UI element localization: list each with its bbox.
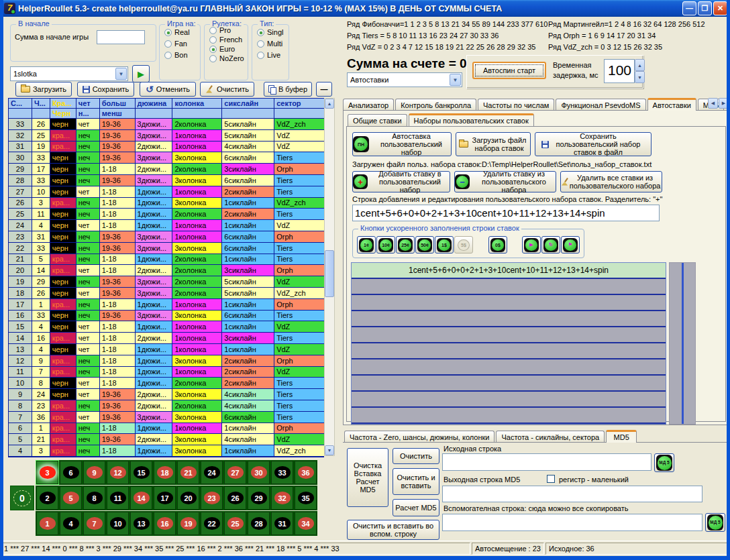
roulette-cell-30[interactable]: 30 bbox=[247, 460, 270, 485]
roulette-cell-33[interactable]: 33 bbox=[270, 460, 294, 485]
md5-output-input[interactable] bbox=[442, 486, 702, 502]
roulette-cell-36[interactable]: 36 bbox=[294, 460, 317, 485]
md5-clear-button[interactable]: Очистить bbox=[393, 448, 439, 464]
scroll-down-icon[interactable]: ▼ bbox=[325, 445, 334, 455]
table-row[interactable]: 2014кра...чет1-182дюжи...2колонка3сиклай… bbox=[9, 265, 324, 276]
chip-button-1¢[interactable]: 1¢ bbox=[357, 236, 376, 254]
bet-list-empty-row[interactable] bbox=[352, 295, 666, 311]
delete-all-bets-button[interactable]: Удалить все ставки из пользовательского … bbox=[560, 171, 662, 192]
bet-list-empty-row[interactable] bbox=[352, 376, 666, 392]
md5-clear-and-paste-button[interactable]: Очистить и вставить bbox=[393, 468, 439, 495]
roulette-zero[interactable]: 0 bbox=[10, 486, 34, 510]
roulette-cell-13[interactable]: 13 bbox=[129, 511, 153, 536]
roulette-cell-26[interactable]: 26 bbox=[223, 486, 247, 510]
roulette-cell-31[interactable]: 31 bbox=[270, 511, 294, 536]
tab-freq-zero-chances[interactable]: Частота - Zero, шансы, дюжины, колонки bbox=[344, 431, 494, 443]
table-row[interactable]: 3119кра...неч19-362дюжи...1колонка4сикла… bbox=[9, 142, 324, 153]
radio-live[interactable]: Live bbox=[257, 51, 289, 59]
table-row[interactable]: 2917черннеч1-182дюжи...2колонка3сиклайнO… bbox=[9, 164, 324, 175]
md5-aux-input[interactable] bbox=[442, 514, 702, 531]
bet-list-empty-row[interactable] bbox=[352, 327, 666, 343]
roulette-cell-15[interactable]: 15 bbox=[129, 460, 153, 485]
roulette-cell-28[interactable]: 28 bbox=[247, 511, 270, 536]
table-row[interactable]: 823кра...неч19-362дюжи...2колонка4сиклай… bbox=[9, 400, 324, 412]
spin-down-icon[interactable]: ▼ bbox=[635, 71, 645, 83]
table-row[interactable]: 2233черннеч19-363дюжи...3колонка6сиклайн… bbox=[9, 243, 324, 254]
table-row[interactable]: 1416кра...чет1-182дюжи...1колонка3сиклай… bbox=[9, 333, 324, 344]
bet-list-empty-row[interactable] bbox=[352, 311, 666, 327]
save-button[interactable]: Сохранить bbox=[77, 82, 134, 97]
chip-button[interactable]: 0$ bbox=[488, 236, 507, 254]
table-row[interactable]: 129кра...неч1-181дюжи...3колонка2сиклайн… bbox=[9, 355, 324, 367]
add-bet-button[interactable]: + Добавить ставку в пользовательский наб… bbox=[352, 171, 450, 192]
md5-run-aux-button[interactable]: МД 5 bbox=[705, 513, 725, 532]
roulette-cell-21[interactable]: 21 bbox=[176, 460, 200, 485]
roulette-cell-12[interactable]: 12 bbox=[106, 460, 129, 485]
autospin-start-button[interactable]: Автоспин старт bbox=[472, 62, 546, 79]
chip-button[interactable]: 10¢ bbox=[376, 236, 395, 254]
radio-euro[interactable]: Euro bbox=[209, 45, 248, 53]
mode-combobox[interactable]: Автоставки ▼ bbox=[347, 72, 462, 87]
maximize-button[interactable]: ❐ bbox=[698, 1, 712, 15]
chip-button[interactable]: 1$ bbox=[435, 236, 454, 254]
table-row[interactable]: 2511черннеч1-181дюжи...2колонка2сиклайнT… bbox=[9, 209, 324, 220]
tab-common-bets[interactable]: Общие ставки bbox=[348, 114, 407, 126]
delay-spinner-value[interactable]: 100 bbox=[604, 59, 635, 83]
roulette-cell-9[interactable]: 9 bbox=[83, 460, 106, 485]
tab-analyzer[interactable]: Анализатор bbox=[343, 99, 394, 111]
radio-multi[interactable]: Multi bbox=[257, 40, 289, 48]
delete-bet-button[interactable]: − Удалить ставку из пользовательского на… bbox=[454, 171, 556, 192]
collapse-button[interactable]: — bbox=[316, 82, 332, 97]
table-row[interactable]: 263кра...неч1-181дюжи...3колонка1сиклайн… bbox=[9, 198, 324, 209]
table-row[interactable]: 3033черннеч19-363дюжи...3колонка6сиклайн… bbox=[9, 152, 324, 164]
radio-fan[interactable]: Fan bbox=[164, 40, 200, 48]
roulette-cell-1[interactable]: 1 bbox=[36, 511, 59, 536]
run-preset-button[interactable]: ▶ bbox=[132, 65, 150, 82]
table-row[interactable]: 1633черннеч19-363дюжи...3колонка6сиклайн… bbox=[9, 311, 324, 322]
chip-respin-button[interactable]: ↻ bbox=[541, 236, 560, 254]
table-row[interactable]: 2331черннеч19-363дюжи...1колонка6сиклайн… bbox=[9, 231, 324, 243]
chip-button[interactable]: 25¢ bbox=[396, 236, 415, 254]
tab-next-icon[interactable]: ▶ bbox=[719, 98, 729, 109]
table-row[interactable]: 134чернчет1-181дюжи...1колонка1сиклайнVd… bbox=[9, 344, 324, 355]
roulette-cell-16[interactable]: 16 bbox=[153, 511, 176, 536]
spin-up-icon[interactable]: ▲ bbox=[635, 59, 645, 71]
md5-run-source-button[interactable]: МД 5 bbox=[654, 453, 674, 472]
chip-button[interactable]: 1¢ bbox=[357, 236, 376, 254]
chip-respin-icon[interactable]: ↻ bbox=[541, 236, 560, 254]
roulette-cell-35[interactable]: 35 bbox=[294, 486, 317, 510]
bet-list-empty-row[interactable] bbox=[352, 392, 666, 408]
roulette-cell-34[interactable]: 34 bbox=[294, 511, 317, 536]
table-row[interactable]: 171кра...неч1-181дюжи...1колонка1сиклайн… bbox=[9, 299, 324, 311]
roulette-cell-25[interactable]: 25 bbox=[223, 511, 247, 536]
autobet-user-set-button[interactable]: ПН Автоставка пользовательский набор bbox=[352, 132, 452, 156]
roulette-cell-14[interactable]: 14 bbox=[129, 486, 153, 510]
chip-button-25¢[interactable]: 25¢ bbox=[396, 236, 415, 254]
tab-prev-icon[interactable]: ◀ bbox=[708, 98, 718, 109]
table-row[interactable]: 2710чернчет1-181дюжи...1колонка2сиклайнT… bbox=[9, 186, 324, 198]
table-row[interactable]: 117кра...неч1-181дюжи...1колонка2сиклайн… bbox=[9, 367, 324, 378]
roulette-cell-10[interactable]: 10 bbox=[106, 511, 129, 536]
table-row[interactable]: 215кра...неч1-181дюжи...2колонка1сиклайн… bbox=[9, 254, 324, 266]
table-row[interactable]: 1929черннеч19-363дюжи...2колонка5сиклайн… bbox=[9, 276, 324, 288]
roulette-cell-24[interactable]: 24 bbox=[200, 460, 223, 485]
bet-list-empty-row[interactable] bbox=[352, 279, 666, 295]
table-scrollbar[interactable]: ▲ ▼ bbox=[324, 98, 335, 456]
roulette-cell-11[interactable]: 11 bbox=[106, 486, 129, 510]
table-row[interactable]: 43кра...неч1-181дюжи...3колонка1сиклайнV… bbox=[9, 445, 324, 457]
bet-list-empty-row[interactable] bbox=[352, 343, 666, 359]
roulette-cell-17[interactable]: 17 bbox=[153, 486, 176, 510]
table-row[interactable]: 3225кра...неч19-363дюжи...1колонка5сикла… bbox=[9, 130, 324, 142]
radio-nozero[interactable]: NoZero bbox=[209, 54, 248, 62]
start-sum-input[interactable] bbox=[97, 30, 145, 44]
roulette-cell-4[interactable]: 4 bbox=[59, 511, 83, 536]
md5-calc-button[interactable]: Расчет MD5 bbox=[393, 499, 439, 516]
roulette-cell-22[interactable]: 22 bbox=[200, 511, 223, 536]
roulette-cell-32[interactable]: 32 bbox=[270, 486, 294, 510]
tab-bankroll-control[interactable]: Контроль банкролла bbox=[395, 99, 476, 111]
roulette-cell-23[interactable]: 23 bbox=[200, 486, 223, 510]
load-button[interactable]: Загрузить bbox=[15, 82, 72, 97]
table-row[interactable]: 154чернчет1-181дюжи...1колонка1сиклайнVd… bbox=[9, 321, 324, 333]
chip-play-icon[interactable]: ▶ bbox=[522, 236, 541, 254]
md5-clear-paste-aux-button[interactable]: Очистить и вставить во вспом. строку bbox=[347, 520, 439, 540]
